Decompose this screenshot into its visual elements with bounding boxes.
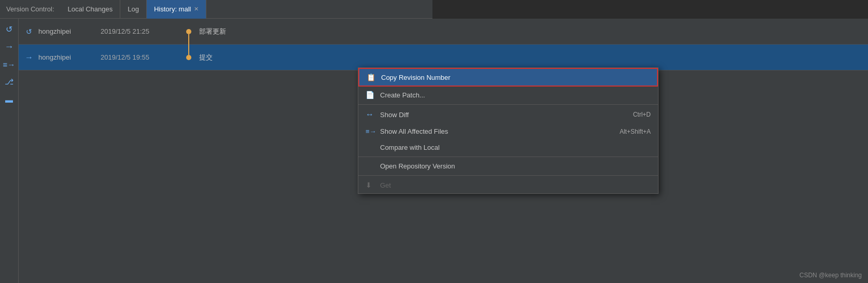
ctx-label: Copy Revision Number [381, 74, 451, 81]
log-line-up [188, 34, 189, 55]
log-dot-line [184, 55, 194, 60]
ctx-label: Open Repository Version [380, 162, 455, 170]
refresh-button[interactable]: ↺ [2, 22, 17, 36]
row-arrow-icon: → [24, 52, 34, 63]
log-row[interactable]: → hongzhipei 2019/12/5 19:55 提交 [19, 45, 868, 70]
ctx-label: Show All Affected Files [380, 128, 448, 135]
minus-button[interactable]: ▬ [2, 92, 17, 107]
ctx-separator [358, 104, 658, 105]
log-message: 提交 [199, 53, 213, 62]
ctx-open-repository-version[interactable]: Open Repository Version [358, 158, 658, 174]
minus-icon: ▬ [5, 95, 13, 104]
ctx-get[interactable]: ⬇ Get [358, 177, 658, 193]
log-dot-line [184, 29, 194, 34]
log-date: 2019/12/5 19:55 [101, 53, 184, 61]
ctx-show-diff[interactable]: ↔ Show Diff Ctrl+D [358, 106, 658, 123]
log-author: hongzhipei [38, 27, 101, 35]
branch-icon: ⎇ [5, 77, 13, 87]
branch-button[interactable]: ⎇ [2, 75, 17, 89]
diff-icon: ↔ [366, 110, 376, 119]
ctx-create-patch[interactable]: 📄 Create Patch... [358, 87, 658, 103]
log-row[interactable]: ↺ hongzhipei 2019/12/5 21:25 部署更新 [19, 19, 868, 45]
left-toolbar: ↺ → ≡→ ⎇ ▬ [0, 19, 19, 283]
log-dot [186, 29, 191, 34]
ctx-copy-revision-number[interactable]: 📋 Copy Revision Number [358, 68, 658, 87]
ctx-label: Show Diff [380, 111, 409, 119]
ctx-label: Create Patch... [380, 91, 425, 99]
tab-log[interactable]: Log [120, 0, 147, 19]
copy-icon: 📋 [367, 73, 377, 81]
version-control-label: Version Control: [2, 5, 59, 13]
tab-local-changes[interactable]: Local Changes [61, 0, 121, 19]
ctx-label: Compare with Local [380, 144, 440, 151]
merge-icon: ≡→ [3, 60, 16, 69]
context-menu: 📋 Copy Revision Number 📄 Create Patch...… [358, 67, 659, 194]
row-sync-icon: ↺ [24, 26, 34, 37]
ctx-shortcut: Ctrl+D [633, 111, 651, 118]
patch-icon: 📄 [366, 91, 376, 99]
tab-history-mall[interactable]: History: mall ✕ [147, 0, 207, 19]
log-date: 2019/12/5 21:25 [101, 27, 184, 35]
ctx-label: Get [380, 181, 391, 189]
get-icon: ⬇ [366, 181, 376, 189]
log-dot [186, 55, 191, 60]
ctx-shortcut: Alt+Shift+A [620, 128, 651, 135]
ctx-separator [358, 175, 658, 176]
top-right-dark-area [432, 0, 868, 19]
affected-files-icon: ≡→ [366, 128, 376, 135]
watermark: CSDN @keep thinking [800, 272, 862, 279]
tab-close-icon[interactable]: ✕ [194, 6, 199, 12]
arrow-right-button[interactable]: → [2, 39, 17, 54]
refresh-icon: ↺ [6, 24, 12, 34]
arrow-right-icon: → [5, 41, 14, 52]
ctx-show-all-affected-files[interactable]: ≡→ Show All Affected Files Alt+Shift+A [358, 123, 658, 139]
ctx-compare-with-local[interactable]: Compare with Local [358, 139, 658, 155]
log-message: 部署更新 [199, 27, 226, 36]
merge-button[interactable]: ≡→ [2, 57, 17, 72]
ctx-separator [358, 157, 658, 157]
log-author: hongzhipei [38, 53, 101, 61]
